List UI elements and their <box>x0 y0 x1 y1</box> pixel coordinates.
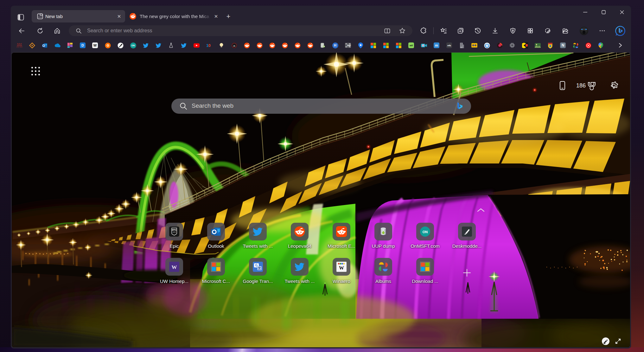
svg-text:0: 0 <box>208 43 210 48</box>
svg-text:W: W <box>339 265 344 271</box>
svg-text:W: W <box>172 264 177 270</box>
svg-text:GIF: GIF <box>347 44 351 47</box>
svg-text:文: 文 <box>258 266 261 270</box>
svg-text:EPIC: EPIC <box>172 229 176 231</box>
svg-text:ON: ON <box>423 230 428 234</box>
svg-text:186: 186 <box>576 82 586 89</box>
svg-text:GAMES: GAMES <box>173 232 176 233</box>
